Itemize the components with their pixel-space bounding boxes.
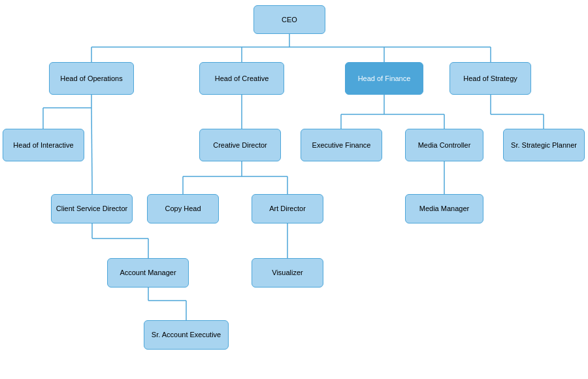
org-chart: CEOHead of OperationsHead of CreativeHea… (0, 0, 588, 379)
node-ceo: CEO (253, 5, 325, 34)
svg-line-9 (91, 108, 92, 183)
node-client_service: Client Service Director (51, 194, 133, 223)
node-sr_account_exec: Sr. Account Executive (144, 320, 229, 350)
node-account_manager: Account Manager (107, 258, 189, 288)
node-creative_director: Creative Director (199, 129, 281, 161)
node-media_manager: Media Manager (405, 194, 483, 223)
node-copy_head: Copy Head (147, 194, 219, 223)
node-head_ops: Head of Operations (49, 62, 134, 95)
node-sr_strategic: Sr. Strategic Planner (503, 129, 585, 161)
node-exec_finance: Executive Finance (301, 129, 382, 161)
node-head_interactive: Head of Interactive (3, 129, 84, 161)
node-head_finance: Head of Finance (345, 62, 423, 95)
connector-lines (0, 0, 588, 379)
node-art_director: Art Director (252, 194, 323, 223)
node-head_creative: Head of Creative (199, 62, 284, 95)
node-visualizer: Visualizer (252, 258, 323, 288)
node-head_strategy: Head of Strategy (449, 62, 531, 95)
node-media_controller: Media Controller (405, 129, 483, 161)
